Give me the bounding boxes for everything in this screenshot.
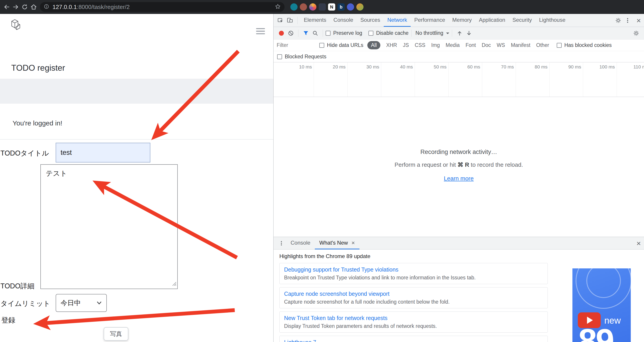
throttling-select[interactable]: No throttling <box>416 30 449 36</box>
forward-icon[interactable] <box>11 2 20 12</box>
filter-chip-all[interactable]: All <box>367 41 380 49</box>
blocked-requests-checkbox[interactable]: Blocked Requests <box>277 54 326 60</box>
settings-gear-icon[interactable] <box>615 17 622 24</box>
has-blocked-cookies-checkbox[interactable]: Has blocked cookies <box>557 42 612 48</box>
extension-icon-b[interactable]: b <box>338 3 345 10</box>
filter-input[interactable] <box>277 42 319 48</box>
filter-chip-js[interactable]: JS <box>403 42 409 48</box>
page-title: TODO register <box>11 63 65 73</box>
tab-security[interactable]: Security <box>509 14 536 27</box>
filter-chip-doc[interactable]: Doc <box>482 42 491 48</box>
preserve-log-checkbox[interactable]: Preserve log <box>326 30 362 36</box>
hide-data-urls-checkbox[interactable]: Hide data URLs <box>319 42 363 48</box>
devtools-close-icon[interactable]: × <box>636 16 641 24</box>
inspect-element-icon[interactable] <box>277 17 284 24</box>
checkbox-icon[interactable] <box>277 54 282 59</box>
todo-title-input[interactable]: test <box>56 143 150 162</box>
checkbox-icon[interactable] <box>368 31 374 36</box>
tab-sources[interactable]: Sources <box>357 14 384 27</box>
todo-detail-textarea[interactable]: テスト <box>40 164 178 289</box>
drawer-tab-console[interactable]: Console <box>286 237 315 249</box>
time-limit-label: タイムリミット <box>0 299 50 308</box>
extension-icon-1[interactable] <box>290 3 298 10</box>
timeline-tick: 20 ms <box>314 62 348 97</box>
address-bar[interactable]: 127.0.0.1:8000/task/register/2 <box>40 2 284 12</box>
clear-icon[interactable] <box>288 30 294 36</box>
network-settings-gear-icon[interactable] <box>633 30 640 36</box>
extension-icon-3[interactable] <box>309 3 316 10</box>
import-har-icon[interactable] <box>456 30 463 36</box>
filter-chip-img[interactable]: Img <box>431 42 440 48</box>
reload-icon[interactable] <box>20 2 29 12</box>
browser-toolbar: 127.0.0.1:8000/task/register/2 N b <box>0 0 644 14</box>
page-info-icon[interactable] <box>43 3 50 11</box>
whats-new-card[interactable]: New Trust Token tab for network requests… <box>279 312 548 332</box>
whats-new-card[interactable]: Capture node screenshot beyond viewport … <box>279 287 548 308</box>
tab-lighthouse[interactable]: Lighthouse <box>536 14 569 27</box>
tab-application[interactable]: Application <box>475 14 509 27</box>
devtools-drawer: Console What's New× × Highlights from th… <box>274 237 644 342</box>
network-empty-state: Recording network activity… Perform a re… <box>274 148 644 182</box>
filter-funnel-icon[interactable] <box>302 30 309 36</box>
timeline-tick: 40 ms <box>381 62 415 97</box>
site-nav <box>0 14 273 59</box>
url-text: 127.0.0.1:8000/task/register/2 <box>52 4 274 10</box>
tab-performance[interactable]: Performance <box>411 14 448 27</box>
profile-avatar[interactable] <box>356 3 364 10</box>
card-title-link[interactable]: Capture node screenshot beyond viewport <box>284 290 543 297</box>
card-title-link[interactable]: Debugging support for Trusted Type viola… <box>284 266 543 273</box>
export-har-icon[interactable] <box>466 30 472 36</box>
timeline-tick: 10 ms <box>280 62 314 97</box>
whats-new-card[interactable]: Debugging support for Trusted Type viola… <box>279 263 548 284</box>
drawer-tab-bar: Console What's New× × <box>274 237 644 250</box>
todo-title-label: TODOタイトル <box>0 148 49 158</box>
back-icon[interactable] <box>2 2 11 12</box>
time-limit-value: 今日中 <box>60 298 81 308</box>
tab-elements[interactable]: Elements <box>300 14 330 27</box>
tab-console[interactable]: Console <box>330 14 357 27</box>
drawer-close-icon[interactable]: × <box>636 240 641 247</box>
register-submit-button[interactable]: 登録 <box>1 316 15 325</box>
extension-icon-notion[interactable]: N <box>328 3 335 10</box>
checkbox-icon[interactable] <box>557 43 562 48</box>
filter-chip-media[interactable]: Media <box>446 42 460 48</box>
learn-more-link[interactable]: Learn more <box>444 175 474 182</box>
tab-close-icon[interactable]: × <box>352 240 355 246</box>
drawer-tab-whats-new[interactable]: What's New× <box>315 237 359 249</box>
card-title-link[interactable]: New Trust Token tab for network requests <box>284 315 543 321</box>
checkbox-icon[interactable] <box>319 43 324 48</box>
network-filter-row: Hide data URLs All XHR JS CSS Img Media … <box>274 40 644 51</box>
search-icon[interactable] <box>312 30 319 36</box>
bookmark-star-icon[interactable] <box>274 3 282 11</box>
home-icon[interactable] <box>29 2 38 12</box>
record-icon[interactable] <box>279 31 284 36</box>
kebab-menu-icon[interactable] <box>624 17 631 24</box>
extension-icon-2[interactable] <box>300 3 307 10</box>
time-limit-select[interactable]: 今日中 <box>56 294 107 312</box>
photo-tooltip: 写真 <box>104 327 128 341</box>
disable-cache-checkbox[interactable]: Disable cache <box>368 30 408 36</box>
filter-chip-other[interactable]: Other <box>536 42 549 48</box>
resize-grip-icon[interactable] <box>172 280 176 288</box>
filter-chip-css[interactable]: CSS <box>415 42 425 48</box>
hamburger-menu-icon[interactable] <box>255 27 266 36</box>
drawer-kebab-icon[interactable] <box>278 240 285 247</box>
filter-chip-xhr[interactable]: XHR <box>386 42 397 48</box>
thumb-89-text: 89 <box>578 324 613 342</box>
filter-chip-manifest[interactable]: Manifest <box>511 42 530 48</box>
tab-network[interactable]: Network <box>384 14 411 27</box>
card-description: Breakpoint on Trusted Type violations an… <box>284 275 543 281</box>
card-title-link[interactable]: Lighthouse 7 <box>284 339 543 342</box>
whats-new-card[interactable]: Lighthouse 7 <box>279 336 548 342</box>
checkbox-icon[interactable] <box>326 31 330 36</box>
device-toolbar-icon[interactable] <box>286 17 293 24</box>
devtools-panel: Elements Console Sources Network Perform… <box>273 14 644 342</box>
whats-new-video-thumbnail[interactable]: new 89 <box>572 268 631 342</box>
filter-chip-ws[interactable]: WS <box>497 42 505 48</box>
filter-chip-font[interactable]: Font <box>466 42 476 48</box>
laravel-logo-icon[interactable] <box>8 19 21 33</box>
todo-detail-label: TODO詳細 <box>0 282 34 291</box>
tab-memory[interactable]: Memory <box>449 14 476 27</box>
extension-icon-4[interactable] <box>319 3 326 10</box>
extension-icon-5[interactable] <box>347 3 354 10</box>
